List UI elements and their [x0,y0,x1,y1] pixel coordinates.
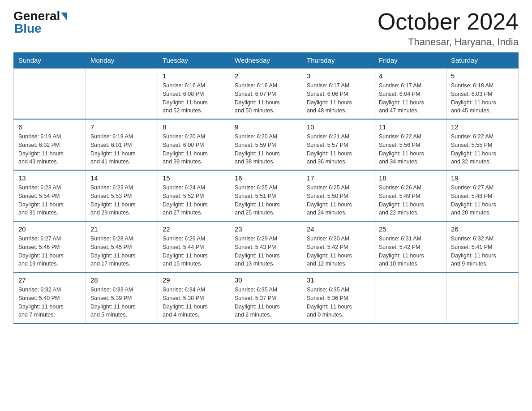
calendar-cell: 29Sunrise: 6:34 AM Sunset: 5:38 PM Dayli… [158,272,230,323]
day-info: Sunrise: 6:19 AM Sunset: 6:02 PM Dayligh… [18,133,81,166]
day-number: 19 [451,174,514,182]
title-block: October 2024 Thanesar, Haryana, India [378,9,519,48]
weekday-header-saturday: Saturday [446,53,519,68]
calendar-cell: 1Sunrise: 6:16 AM Sunset: 6:08 PM Daylig… [158,68,230,119]
calendar-cell: 19Sunrise: 6:27 AM Sunset: 5:48 PM Dayli… [446,170,519,221]
day-info: Sunrise: 6:20 AM Sunset: 5:59 PM Dayligh… [235,133,297,166]
weekday-header-tuesday: Tuesday [158,53,230,68]
day-info: Sunrise: 6:19 AM Sunset: 6:01 PM Dayligh… [90,133,153,166]
day-info: Sunrise: 6:17 AM Sunset: 6:04 PM Dayligh… [379,81,442,115]
calendar-cell: 16Sunrise: 6:25 AM Sunset: 5:51 PM Dayli… [230,170,302,221]
day-number: 4 [379,72,442,80]
calendar-header-row: SundayMondayTuesdayWednesdayThursdayFrid… [14,53,519,68]
calendar-week-row: 27Sunrise: 6:32 AM Sunset: 5:40 PM Dayli… [14,272,519,323]
day-number: 8 [163,123,225,131]
calendar-cell: 2Sunrise: 6:16 AM Sunset: 6:07 PM Daylig… [230,68,302,119]
day-info: Sunrise: 6:23 AM Sunset: 5:53 PM Dayligh… [90,184,153,217]
day-info: Sunrise: 6:25 AM Sunset: 5:50 PM Dayligh… [307,184,369,217]
calendar-cell: 30Sunrise: 6:35 AM Sunset: 5:37 PM Dayli… [230,272,302,323]
calendar-cell: 18Sunrise: 6:26 AM Sunset: 5:49 PM Dayli… [374,170,446,221]
calendar-cell: 3Sunrise: 6:17 AM Sunset: 6:06 PM Daylig… [302,68,374,119]
day-number: 10 [307,123,369,131]
day-info: Sunrise: 6:20 AM Sunset: 6:00 PM Dayligh… [163,133,225,166]
logo-arrow-icon [61,13,67,21]
calendar-week-row: 20Sunrise: 6:27 AM Sunset: 5:46 PM Dayli… [14,221,519,272]
day-number: 11 [379,123,442,131]
day-number: 22 [163,225,225,233]
day-number: 6 [18,123,81,131]
day-info: Sunrise: 6:16 AM Sunset: 6:07 PM Dayligh… [235,81,297,115]
calendar-cell: 4Sunrise: 6:17 AM Sunset: 6:04 PM Daylig… [374,68,446,119]
day-number: 25 [379,225,442,233]
day-info: Sunrise: 6:32 AM Sunset: 5:40 PM Dayligh… [18,286,81,319]
day-number: 9 [235,123,297,131]
calendar-cell: 23Sunrise: 6:29 AM Sunset: 5:43 PM Dayli… [230,221,302,272]
calendar-table: SundayMondayTuesdayWednesdayThursdayFrid… [13,52,519,324]
day-number: 15 [163,174,225,182]
day-info: Sunrise: 6:29 AM Sunset: 5:43 PM Dayligh… [235,235,297,268]
day-number: 1 [163,72,225,80]
calendar-cell: 31Sunrise: 6:35 AM Sunset: 5:36 PM Dayli… [302,272,374,323]
calendar-cell: 22Sunrise: 6:29 AM Sunset: 5:44 PM Dayli… [158,221,230,272]
logo-blue-text: Blue [14,21,42,36]
calendar-cell: 20Sunrise: 6:27 AM Sunset: 5:46 PM Dayli… [14,221,86,272]
day-info: Sunrise: 6:30 AM Sunset: 5:42 PM Dayligh… [307,235,369,268]
day-number: 31 [307,276,369,284]
calendar-week-row: 6Sunrise: 6:19 AM Sunset: 6:02 PM Daylig… [14,119,519,170]
calendar-body: 1Sunrise: 6:16 AM Sunset: 6:08 PM Daylig… [14,68,519,323]
day-number: 16 [235,174,297,182]
calendar-cell: 8Sunrise: 6:20 AM Sunset: 6:00 PM Daylig… [158,119,230,170]
calendar-week-row: 1Sunrise: 6:16 AM Sunset: 6:08 PM Daylig… [14,68,519,119]
location-text: Thanesar, Haryana, India [378,36,519,48]
day-number: 30 [235,276,297,284]
day-info: Sunrise: 6:27 AM Sunset: 5:46 PM Dayligh… [18,235,81,268]
weekday-header-friday: Friday [374,53,446,68]
day-info: Sunrise: 6:35 AM Sunset: 5:36 PM Dayligh… [307,286,369,319]
day-info: Sunrise: 6:27 AM Sunset: 5:48 PM Dayligh… [451,184,514,217]
day-info: Sunrise: 6:35 AM Sunset: 5:37 PM Dayligh… [235,286,297,319]
day-info: Sunrise: 6:24 AM Sunset: 5:52 PM Dayligh… [163,184,225,217]
calendar-cell [86,68,158,119]
calendar-cell: 27Sunrise: 6:32 AM Sunset: 5:40 PM Dayli… [14,272,86,323]
calendar-week-row: 13Sunrise: 6:23 AM Sunset: 5:54 PM Dayli… [14,170,519,221]
day-info: Sunrise: 6:31 AM Sunset: 5:42 PM Dayligh… [379,235,442,268]
page-header: General Blue October 2024 Thanesar, Hary… [13,9,519,48]
calendar-cell: 28Sunrise: 6:33 AM Sunset: 5:39 PM Dayli… [86,272,158,323]
calendar-cell: 10Sunrise: 6:21 AM Sunset: 5:57 PM Dayli… [302,119,374,170]
calendar-cell: 9Sunrise: 6:20 AM Sunset: 5:59 PM Daylig… [230,119,302,170]
calendar-cell: 11Sunrise: 6:22 AM Sunset: 5:56 PM Dayli… [374,119,446,170]
weekday-header-sunday: Sunday [14,53,86,68]
day-info: Sunrise: 6:23 AM Sunset: 5:54 PM Dayligh… [18,184,81,217]
day-number: 18 [379,174,442,182]
calendar-cell: 12Sunrise: 6:22 AM Sunset: 5:55 PM Dayli… [446,119,519,170]
weekday-header-monday: Monday [86,53,158,68]
day-info: Sunrise: 6:22 AM Sunset: 5:55 PM Dayligh… [451,133,514,166]
day-number: 28 [90,276,153,284]
weekday-header-thursday: Thursday [302,53,374,68]
day-info: Sunrise: 6:16 AM Sunset: 6:08 PM Dayligh… [163,81,225,115]
calendar-cell: 26Sunrise: 6:32 AM Sunset: 5:41 PM Dayli… [446,221,519,272]
calendar-cell: 21Sunrise: 6:28 AM Sunset: 5:45 PM Dayli… [86,221,158,272]
day-info: Sunrise: 6:17 AM Sunset: 6:06 PM Dayligh… [307,81,369,115]
day-info: Sunrise: 6:22 AM Sunset: 5:56 PM Dayligh… [379,133,442,166]
day-number: 7 [90,123,153,131]
day-info: Sunrise: 6:32 AM Sunset: 5:41 PM Dayligh… [451,235,514,268]
day-number: 3 [307,72,369,80]
day-info: Sunrise: 6:33 AM Sunset: 5:39 PM Dayligh… [90,286,153,319]
day-number: 12 [451,123,514,131]
day-info: Sunrise: 6:29 AM Sunset: 5:44 PM Dayligh… [163,235,225,268]
day-number: 14 [90,174,153,182]
day-number: 24 [307,225,369,233]
day-number: 13 [18,174,81,182]
day-info: Sunrise: 6:25 AM Sunset: 5:51 PM Dayligh… [235,184,297,217]
day-info: Sunrise: 6:28 AM Sunset: 5:45 PM Dayligh… [90,235,153,268]
calendar-cell [446,272,519,323]
calendar-cell: 24Sunrise: 6:30 AM Sunset: 5:42 PM Dayli… [302,221,374,272]
calendar-cell: 6Sunrise: 6:19 AM Sunset: 6:02 PM Daylig… [14,119,86,170]
calendar-cell: 5Sunrise: 6:18 AM Sunset: 6:03 PM Daylig… [446,68,519,119]
day-number: 20 [18,225,81,233]
calendar-cell: 7Sunrise: 6:19 AM Sunset: 6:01 PM Daylig… [86,119,158,170]
month-title: October 2024 [378,9,519,34]
calendar-cell [374,272,446,323]
day-number: 2 [235,72,297,80]
